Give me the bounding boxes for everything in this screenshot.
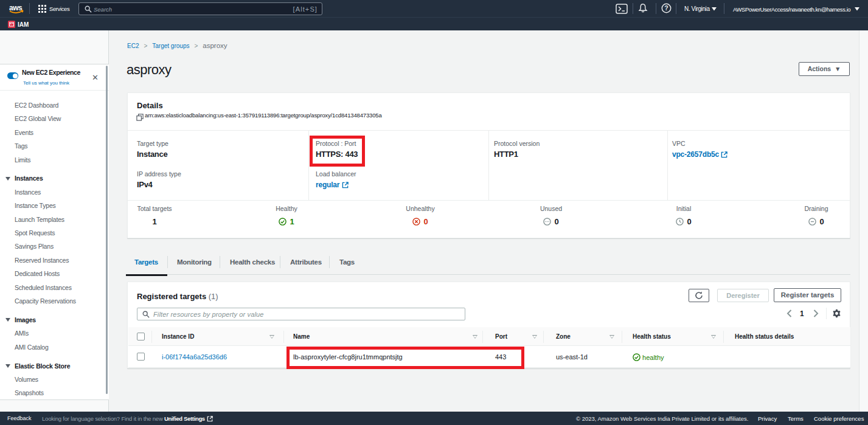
svg-text:?: ? [664,4,668,12]
svg-text:aws: aws [9,4,23,12]
